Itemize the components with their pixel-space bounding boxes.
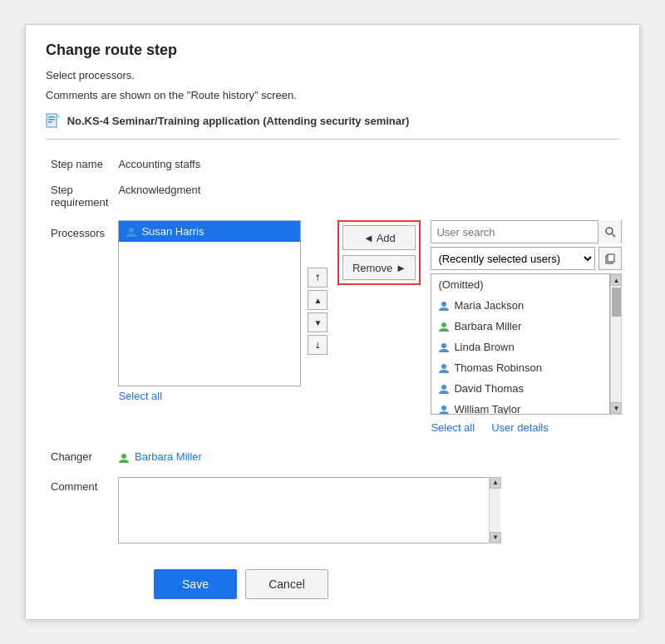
remove-button[interactable]: Remove ► [342, 255, 416, 280]
user-item-william-taylor[interactable]: William Taylor [431, 399, 609, 415]
comment-textarea-wrap: ▲ ▼ [118, 477, 500, 546]
processors-value-cell: Susan Harris Select all ⤒ ▲ ▼ ⤓ [113, 215, 627, 440]
user-item-barbara-miller[interactable]: Barbara Miller [431, 316, 609, 337]
comment-label: Comment [46, 470, 113, 553]
user-icon [438, 342, 450, 353]
svg-point-12 [441, 322, 446, 327]
move-top-button[interactable]: ⤒ [308, 268, 328, 288]
cancel-button[interactable]: Cancel [245, 569, 328, 599]
user-item-linda-brown[interactable]: Linda Brown [431, 337, 609, 357]
scrollbar[interactable]: ▲ ▼ [610, 273, 622, 415]
dialog-title: Change route step [46, 42, 619, 59]
processor-select-all[interactable]: Select all [118, 390, 162, 402]
processor-list-wrap: Susan Harris Select all ⤒ ▲ ▼ ⤓ [118, 220, 328, 402]
search-input-row [431, 220, 622, 243]
step-name-value: Accounting staffs [113, 151, 627, 177]
user-item-maria-jackson[interactable]: Maria Jackson [431, 295, 609, 316]
changer-row: Changer Barbara Miller [46, 440, 627, 470]
processors-outer: Susan Harris Select all [118, 220, 301, 402]
processor-list[interactable]: Susan Harris [118, 220, 301, 386]
add-remove-buttons: ◄ Add Remove ► [337, 220, 421, 285]
svg-rect-2 [48, 119, 55, 120]
step-name-row: Step name Accounting staffs [46, 151, 627, 177]
user-select-list[interactable]: (Omitted) Maria Jackson [431, 273, 610, 415]
svg-point-13 [441, 343, 446, 348]
user-select-all[interactable]: Select all [431, 421, 475, 434]
user-details-link[interactable]: User details [491, 421, 549, 434]
svg-point-16 [441, 406, 446, 410]
doc-reference: No.KS-4 Seminar/Training application (At… [46, 113, 619, 140]
user-icon [438, 404, 450, 415]
step-req-row: Step requirement Acknowledgment [46, 177, 627, 215]
user-search-panel: (Recently selected users) All users [431, 220, 622, 434]
scroll-down-arrow[interactable]: ▼ [610, 402, 622, 414]
processors-row: Processors Susan Harris [46, 215, 627, 440]
svg-rect-1 [48, 116, 55, 118]
svg-marker-5 [57, 114, 60, 117]
svg-point-14 [441, 364, 446, 369]
step-req-label: Step requirement [46, 177, 113, 215]
dialog-desc-line1: Select processors. [46, 67, 619, 84]
svg-rect-3 [48, 121, 52, 123]
move-bottom-button[interactable]: ⤓ [308, 335, 328, 355]
user-item-david-thomas[interactable]: David Thomas [431, 378, 609, 399]
processor-item-susan-harris[interactable]: Susan Harris [119, 221, 300, 242]
step-name-label: Step name [46, 151, 113, 177]
changer-name[interactable]: Barbara Miller [135, 450, 202, 463]
document-icon [46, 113, 61, 128]
copy-button[interactable] [598, 247, 622, 270]
svg-point-11 [441, 302, 446, 307]
svg-point-15 [441, 385, 446, 390]
user-icon [438, 300, 450, 312]
form-table: Step name Accounting staffs Step require… [46, 151, 627, 553]
comment-textarea[interactable] [118, 477, 500, 543]
add-button[interactable]: ◄ Add [342, 225, 416, 250]
dialog-desc-line2: Comments are shown on the "Route history… [46, 87, 619, 104]
svg-rect-10 [608, 254, 614, 262]
user-list-container: (Omitted) Maria Jackson [431, 273, 622, 415]
copy-icon [604, 253, 616, 264]
search-button[interactable] [598, 220, 621, 243]
user-name: Maria Jackson [454, 299, 524, 312]
processors-label: Processors [46, 215, 113, 440]
user-search-bottom: Select all User details [431, 421, 622, 434]
save-button[interactable]: Save [154, 569, 237, 599]
user-item-thomas-robinson[interactable]: Thomas Robinson [431, 357, 609, 378]
move-up-button[interactable]: ▲ [308, 290, 328, 310]
svg-point-17 [121, 454, 126, 459]
user-icon-blue [126, 226, 137, 238]
processor-name: Susan Harris [141, 225, 204, 238]
user-name: David Thomas [454, 382, 524, 395]
dropdown-row: (Recently selected users) All users [431, 247, 622, 270]
user-icon [438, 362, 450, 374]
scroll-thumb[interactable] [612, 288, 621, 317]
doc-icon [46, 113, 61, 130]
user-name: Linda Brown [454, 341, 514, 353]
omitted-item: (Omitted) [431, 274, 609, 295]
select-all-wrap: Select all [118, 390, 301, 402]
comment-value: ▲ ▼ [113, 470, 627, 553]
scroll-track [611, 286, 621, 402]
svg-point-6 [129, 228, 134, 233]
step-req-value: Acknowledgment [113, 177, 627, 215]
user-icon [438, 383, 450, 395]
svg-rect-0 [47, 114, 57, 127]
change-route-step-dialog: Change route step Select processors. Com… [25, 24, 640, 620]
user-group-select[interactable]: (Recently selected users) All users [431, 247, 595, 270]
user-name: Barbara Miller [454, 320, 521, 332]
user-icon-green [438, 321, 450, 332]
processors-container: Susan Harris Select all ⤒ ▲ ▼ ⤓ [118, 220, 622, 434]
scroll-up-arrow[interactable]: ▲ [610, 274, 622, 286]
user-search-input[interactable] [431, 226, 598, 238]
user-name: William Taylor [454, 403, 520, 415]
doc-name: Seminar/Training application (Attending … [112, 115, 410, 127]
order-buttons: ⤒ ▲ ▼ ⤓ [308, 268, 328, 355]
changer-label: Changer [46, 440, 113, 470]
changer-value: Barbara Miller [113, 440, 627, 470]
comment-scroll-up: ▲ [490, 477, 501, 489]
comment-scrollbar: ▲ ▼ [489, 477, 500, 543]
svg-point-7 [606, 228, 613, 234]
comment-row: Comment ▲ ▼ [46, 470, 627, 553]
user-name: Thomas Robinson [454, 361, 542, 374]
move-down-button[interactable]: ▼ [308, 312, 328, 332]
